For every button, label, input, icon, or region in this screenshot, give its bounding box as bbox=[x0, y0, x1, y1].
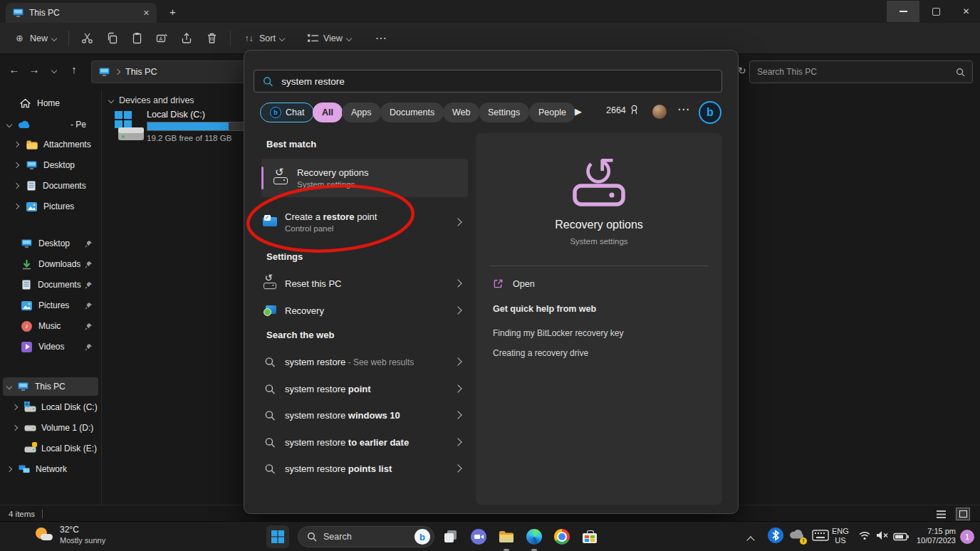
web-suggestion[interactable]: system restore points list bbox=[261, 458, 468, 478]
web-suggestion[interactable]: system restore windows 10 bbox=[261, 405, 468, 425]
web-suggestion[interactable]: system restore - See web results bbox=[261, 352, 468, 372]
sidebar-item-local-disk-e[interactable]: Local Disk (E:) bbox=[3, 439, 98, 458]
search-input-box[interactable] bbox=[254, 70, 722, 93]
paste-button[interactable] bbox=[125, 28, 150, 48]
close-button[interactable]: ✕ bbox=[952, 1, 980, 22]
explorer-search-box[interactable]: Search This PC bbox=[749, 61, 973, 83]
edge-button[interactable] bbox=[523, 525, 546, 548]
delete-button[interactable] bbox=[199, 28, 224, 48]
bluetooth-tray-icon[interactable] bbox=[768, 528, 783, 546]
new-label: New bbox=[30, 33, 48, 43]
account-avatar[interactable] bbox=[652, 105, 667, 119]
share-button[interactable] bbox=[174, 28, 199, 48]
language-indicator[interactable]: ENG US bbox=[832, 527, 849, 545]
bing-chat-button[interactable]: b bbox=[699, 101, 721, 124]
forward-button[interactable]: → bbox=[24, 63, 44, 75]
chat-button[interactable] bbox=[467, 525, 490, 548]
onedrive-tray-icon[interactable]: ! bbox=[789, 529, 805, 542]
battery-icon[interactable] bbox=[893, 531, 909, 544]
breadcrumb-item[interactable]: This PC bbox=[125, 67, 157, 77]
sidebar-item-documents[interactable]: Documents bbox=[3, 276, 98, 294]
sidebar-item-local-disk-c[interactable]: Local Disk (C:) bbox=[3, 398, 98, 416]
new-button[interactable]: ⊕ New bbox=[7, 28, 63, 48]
filter-pill-apps[interactable]: Apps bbox=[342, 103, 381, 122]
sidebar-item-pictures-onedrive[interactable]: Pictures bbox=[3, 197, 98, 216]
sidebar-item-attachments[interactable]: Attachments bbox=[3, 135, 98, 154]
sidebar-item-onedrive[interactable]: - Pe bbox=[3, 115, 98, 134]
sidebar-item-home[interactable]: Home bbox=[3, 94, 98, 112]
sidebar-item-documents-onedrive[interactable]: Documents bbox=[3, 177, 98, 195]
tray-time: 7:15 pm bbox=[912, 527, 956, 536]
start-button[interactable] bbox=[266, 525, 289, 548]
filter-pill-settings[interactable]: Settings bbox=[479, 103, 529, 122]
minimize-button[interactable] bbox=[887, 1, 919, 22]
language-line2: US bbox=[832, 536, 849, 545]
sidebar-item-network[interactable]: Network bbox=[3, 460, 98, 478]
sidebar-item-pictures[interactable]: Pictures bbox=[3, 296, 98, 315]
web-suggestion[interactable]: system restore point bbox=[261, 379, 468, 399]
wifi-icon[interactable] bbox=[858, 530, 871, 543]
sidebar-item-this-pc[interactable]: This PC bbox=[3, 377, 98, 396]
help-link-bitlocker[interactable]: Finding my BitLocker recovery key bbox=[493, 328, 623, 338]
copy-button[interactable] bbox=[100, 28, 125, 48]
file-explorer-button[interactable] bbox=[495, 525, 518, 548]
more-filters-arrow-icon[interactable]: ▶ bbox=[575, 106, 582, 117]
open-action[interactable]: Open bbox=[493, 278, 535, 289]
large-icons-view-toggle[interactable] bbox=[956, 508, 970, 520]
devices-and-drives-group[interactable]: Devices and drives bbox=[109, 95, 194, 105]
sidebar-label: Local Disk (E:) bbox=[41, 444, 97, 453]
rewards-counter[interactable]: 2664 bbox=[606, 105, 639, 115]
tab-close-icon[interactable]: ✕ bbox=[143, 9, 150, 18]
chevron-right-icon bbox=[454, 384, 462, 392]
sidebar-item-desktop-onedrive[interactable]: Desktop bbox=[3, 156, 98, 174]
rename-icon: A bbox=[156, 32, 168, 44]
up-button[interactable]: ↑ bbox=[64, 63, 84, 75]
search-input[interactable] bbox=[280, 75, 713, 88]
chevron-right-icon bbox=[12, 425, 18, 431]
sort-button[interactable]: ↑↓ Sort bbox=[236, 28, 291, 48]
filter-pill-web[interactable]: Web bbox=[443, 103, 479, 122]
filter-pill-all[interactable]: All bbox=[313, 103, 343, 122]
filter-pill-documents[interactable]: Documents bbox=[380, 103, 444, 122]
help-link-recovery-drive[interactable]: Creating a recovery drive bbox=[493, 348, 588, 358]
back-button[interactable]: ← bbox=[4, 63, 24, 75]
result-recovery[interactable]: Recovery bbox=[261, 300, 468, 321]
sidebar-item-volume-d[interactable]: Volume 1 (D:) bbox=[3, 419, 98, 437]
web-suggestion[interactable]: system restore to earlier date bbox=[261, 432, 468, 452]
weather-widget[interactable]: 32°C Mostly sunny bbox=[36, 525, 105, 546]
filter-pill-people[interactable]: People bbox=[529, 103, 575, 122]
rename-button[interactable]: A bbox=[150, 28, 174, 48]
result-create-restore-point[interactable]: ✓ Create a restore point Control panel bbox=[261, 206, 468, 238]
details-view-toggle[interactable] bbox=[934, 508, 947, 520]
taskbar-search-box[interactable]: Search b bbox=[298, 526, 434, 547]
result-recovery-options[interactable]: ↺ Recovery options System settings bbox=[261, 159, 468, 197]
section-header-settings: Settings bbox=[266, 251, 303, 262]
sidebar-item-videos[interactable]: Videos bbox=[3, 337, 98, 356]
chevron-right-icon bbox=[115, 69, 120, 75]
cut-button[interactable] bbox=[75, 28, 100, 48]
panel-subtitle: System settings bbox=[476, 237, 722, 246]
sidebar-item-music[interactable]: ♪ Music bbox=[3, 317, 98, 335]
clock[interactable]: 7:15 pm 10/07/2023 bbox=[912, 527, 956, 545]
view-button[interactable]: View bbox=[301, 28, 358, 48]
store-button[interactable] bbox=[578, 525, 601, 548]
new-tab-button[interactable]: + bbox=[170, 6, 176, 18]
recent-locations-button[interactable] bbox=[44, 63, 64, 75]
volume-muted-icon[interactable] bbox=[876, 530, 889, 543]
taskbar-search-label: Search bbox=[323, 532, 352, 542]
touch-keyboard-icon[interactable] bbox=[812, 530, 829, 544]
notification-badge[interactable]: 1 bbox=[960, 530, 974, 544]
sidebar-item-desktop-pinned[interactable]: Desktop bbox=[3, 234, 98, 253]
tray-expand-button[interactable] bbox=[748, 533, 754, 546]
result-reset-this-pc[interactable]: ↺ Reset this PC bbox=[261, 273, 468, 294]
tab-this-pc[interactable]: This PC ✕ bbox=[6, 3, 157, 23]
filter-pill-chat[interactable]: bChat bbox=[260, 103, 314, 122]
restore-button[interactable] bbox=[919, 1, 952, 22]
overlay-more-options[interactable]: ⋯ bbox=[677, 102, 690, 117]
refresh-icon[interactable]: ↻ bbox=[738, 65, 746, 76]
task-view-button[interactable] bbox=[439, 525, 462, 548]
more-options-button[interactable]: ⋯ bbox=[369, 27, 394, 49]
warning-badge: ! bbox=[800, 537, 807, 545]
sidebar-item-downloads[interactable]: Downloads bbox=[3, 255, 98, 273]
chrome-button[interactable] bbox=[551, 525, 573, 548]
